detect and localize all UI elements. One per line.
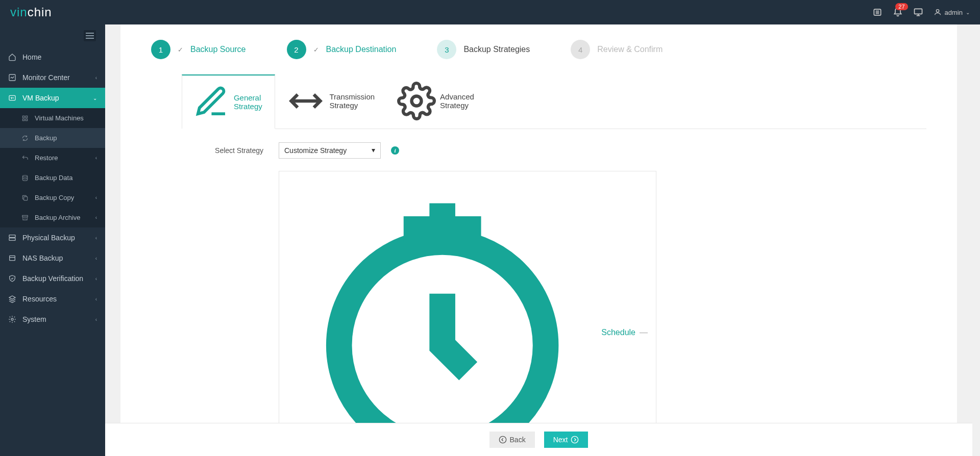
button-label: Next <box>553 436 568 444</box>
svg-rect-5 <box>22 116 24 118</box>
sidebar-item-label: Monitor Center <box>22 73 70 82</box>
select-value: Customize Strategy <box>284 146 347 155</box>
sidebar-item-backup[interactable]: Backup <box>0 128 105 148</box>
sidebar-item-label: Backup <box>35 134 57 142</box>
logo-prefix: vin <box>10 5 28 19</box>
wizard-footer: Back Next <box>105 423 972 456</box>
chevron-left-icon: ‹ <box>95 155 97 161</box>
sidebar-item-label: VM Backup <box>22 94 59 102</box>
step-label: Backup Destination <box>326 45 397 54</box>
step-number: 2 <box>287 40 306 59</box>
list-icon[interactable] <box>872 7 883 17</box>
svg-rect-14 <box>10 256 15 260</box>
sidebar-item-resources[interactable]: Resources ‹ <box>0 289 105 309</box>
step-number: 3 <box>437 40 456 59</box>
tab-label: General Strategy <box>234 93 264 111</box>
chevron-left-icon: ‹ <box>95 317 97 322</box>
chevron-down-icon: ⌄ <box>93 95 97 101</box>
back-button[interactable]: Back <box>489 432 535 448</box>
schedule-panel-header[interactable]: Schedule — <box>279 171 656 423</box>
nas-icon <box>8 254 16 262</box>
step-label: Review & Confirm <box>597 45 663 54</box>
sidebar-item-label: Resources <box>22 295 57 303</box>
svg-point-9 <box>22 175 27 177</box>
tab-general-strategy[interactable]: General Strategy <box>182 74 275 129</box>
bell-icon[interactable]: 27 <box>893 7 903 17</box>
sidebar-toggle-button[interactable] <box>84 30 96 41</box>
svg-rect-1 <box>914 9 922 14</box>
sidebar-item-label: Home <box>22 53 41 61</box>
step-label: Backup Strategies <box>463 45 530 54</box>
refresh-icon <box>21 135 29 142</box>
sidebar-item-label: Backup Data <box>35 174 72 182</box>
wizard-step-1[interactable]: 1 ✓ Backup Source <box>151 40 246 59</box>
svg-rect-10 <box>24 196 28 200</box>
username: admin <box>945 9 963 16</box>
chevron-left-icon: ‹ <box>95 256 97 261</box>
sidebar-item-system[interactable]: System ‹ <box>0 309 105 330</box>
sidebar-item-nas-backup[interactable]: NAS Backup ‹ <box>0 248 105 268</box>
sidebar-item-backup-data[interactable]: Backup Data <box>0 168 105 188</box>
sidebar-item-label: NAS Backup <box>22 254 63 262</box>
sidebar-item-label: Physical Backup <box>22 234 75 242</box>
layers-icon <box>8 295 16 303</box>
svg-point-19 <box>499 436 506 443</box>
sidebar-item-label: Virtual Machines <box>35 114 84 122</box>
chevron-left-icon: ‹ <box>95 296 97 302</box>
select-strategy-dropdown[interactable]: Customize Strategy <box>279 142 381 159</box>
tab-transmission-strategy[interactable]: Transmission Strategy <box>275 74 386 129</box>
sidebar-item-label: System <box>22 315 46 323</box>
shield-check-icon <box>8 274 16 283</box>
sidebar-submenu-vm-backup: Virtual Machines Backup Restore ‹ Backup… <box>0 108 105 227</box>
archive-icon <box>21 214 29 221</box>
sidebar-item-backup-verification[interactable]: Backup Verification ‹ <box>0 268 105 289</box>
sidebar-item-home[interactable]: Home <box>0 47 105 67</box>
chevron-left-icon: ‹ <box>95 75 97 81</box>
sidebar-item-vm-backup[interactable]: VM Backup ⌄ <box>0 88 105 108</box>
server-icon <box>8 234 16 242</box>
chevron-down-icon: ⌄ <box>966 10 970 15</box>
svg-point-20 <box>572 436 578 443</box>
user-menu[interactable]: admin ⌄ <box>934 8 970 16</box>
svg-rect-8 <box>26 119 28 121</box>
tab-advanced-strategy[interactable]: Advanced Strategy <box>386 74 485 129</box>
svg-point-16 <box>412 96 422 106</box>
svg-point-15 <box>11 318 13 320</box>
monitor-icon[interactable] <box>913 7 923 17</box>
copy-icon <box>21 194 29 201</box>
wizard-step-3[interactable]: 3 Backup Strategies <box>437 40 530 59</box>
check-icon: ✓ <box>178 46 183 54</box>
wizard-step-4: 4 Review & Confirm <box>571 40 663 59</box>
sidebar-item-monitor-center[interactable]: Monitor Center ‹ <box>0 67 105 88</box>
sidebar-item-backup-copy[interactable]: Backup Copy ‹ <box>0 188 105 208</box>
tab-label: Advanced Strategy <box>440 92 474 110</box>
chevron-left-icon: ‹ <box>95 276 97 282</box>
svg-rect-13 <box>9 238 15 241</box>
home-icon <box>8 53 16 61</box>
sidebar-item-virtual-machines[interactable]: Virtual Machines <box>0 108 105 128</box>
vm-icon <box>8 94 16 102</box>
gear-icon <box>8 315 16 323</box>
sidebar-item-label: Backup Copy <box>35 194 74 201</box>
svg-rect-11 <box>22 215 28 217</box>
tab-label: Transmission Strategy <box>329 92 375 110</box>
next-button[interactable]: Next <box>544 432 589 448</box>
svg-point-2 <box>936 10 939 12</box>
scrollbar[interactable] <box>972 24 980 456</box>
sidebar-item-restore[interactable]: Restore ‹ <box>0 148 105 168</box>
svg-rect-12 <box>9 235 15 238</box>
chevron-left-icon: ‹ <box>95 215 97 220</box>
svg-rect-7 <box>22 119 24 121</box>
undo-icon <box>21 155 29 162</box>
schedule-panel: Schedule — Time Windows 0123456789101112… <box>279 171 656 423</box>
sidebar-item-backup-archive[interactable]: Backup Archive ‹ <box>0 208 105 227</box>
step-number: 4 <box>571 40 590 59</box>
sidebar-item-physical-backup[interactable]: Physical Backup ‹ <box>0 227 105 248</box>
sidebar-item-label: Backup Verification <box>22 274 83 283</box>
wizard-step-2[interactable]: 2 ✓ Backup Destination <box>287 40 397 59</box>
button-label: Back <box>510 436 526 444</box>
chevron-left-icon: ‹ <box>95 235 97 241</box>
info-icon[interactable]: i <box>391 146 399 155</box>
sidebar: Home Monitor Center ‹ VM Backup ⌄ Virtua… <box>0 24 105 456</box>
strategy-tabs: General Strategy Transmission Strategy A… <box>182 74 926 129</box>
